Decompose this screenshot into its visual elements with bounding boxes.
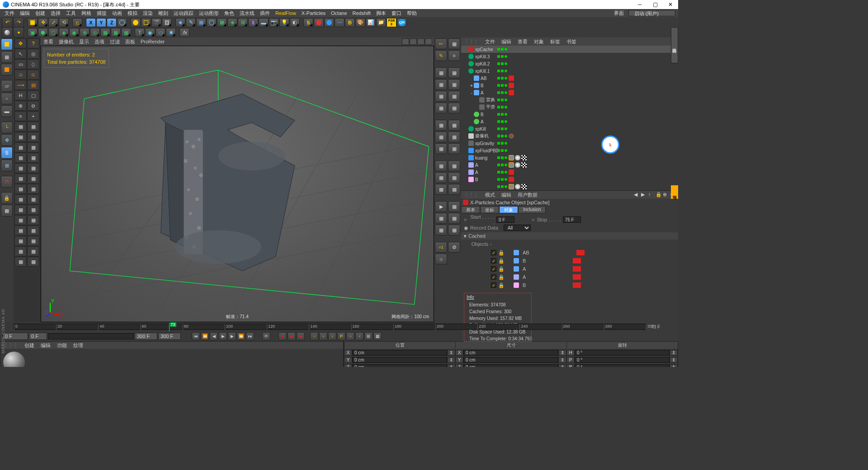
palette-w4-icon[interactable]: ▦ (27, 257, 39, 267)
tag-red[interactable] (509, 83, 514, 88)
cached-checkbox[interactable]: ✓ (491, 282, 496, 288)
visibility-render-toggle[interactable] (501, 156, 504, 159)
palette-y7-icon[interactable]: ▦ (14, 194, 27, 204)
cached-item-row[interactable]: ✓🔒A (491, 265, 675, 273)
null-icon[interactable]: ◆ (175, 18, 185, 27)
prev-frame-button[interactable]: ◀ (210, 332, 218, 340)
palette-z7-icon[interactable]: ▦ (14, 236, 27, 246)
plugin-folder-icon[interactable]: 📁 (376, 18, 386, 27)
enable-toggle[interactable] (505, 55, 507, 58)
cached-checkbox[interactable]: ✓ (491, 250, 496, 255)
vp-menu-view[interactable]: 查看 (43, 38, 53, 45)
play-button[interactable]: ▶ (219, 332, 227, 340)
attr-tab-inclusion[interactable]: Inclusion (518, 206, 546, 213)
rt-b4-icon[interactable]: ▦ (448, 132, 460, 142)
rt-a4-icon[interactable]: ▦ (448, 79, 460, 90)
menu-animate[interactable]: 动画 (109, 10, 125, 17)
prev-key-button[interactable]: ⏪ (201, 332, 209, 340)
obj-menu-view[interactable]: 查看 (518, 38, 528, 45)
rt-d4-icon[interactable]: ▦ (448, 213, 460, 224)
object-row[interactable]: 置换 (461, 96, 678, 103)
spline-primitive-icon[interactable]: ◯ (207, 18, 217, 27)
snap-toggle-icon[interactable]: S (1, 147, 13, 159)
visibility-editor-toggle[interactable] (497, 127, 500, 130)
vp-menu-prorender[interactable]: ProRender (141, 39, 165, 44)
side-tab-attributes[interactable]: 属性 (671, 185, 678, 199)
undo-button[interactable]: ↶ (2, 17, 13, 28)
key-pos-button[interactable]: ▫ (310, 332, 318, 340)
visibility-render-toggle[interactable] (501, 149, 504, 152)
material-preview[interactable] (3, 352, 25, 367)
attr-record-dropdown[interactable]: All (504, 225, 531, 231)
key-opt2-button[interactable]: ⊞ (364, 332, 373, 340)
total-frames-input[interactable]: 300 F (158, 333, 181, 340)
vp-nav2-icon[interactable] (410, 38, 417, 45)
palette-w1-icon[interactable]: ▦ (14, 246, 27, 256)
menu-octane[interactable]: Octane (328, 10, 349, 16)
visibility-editor-toggle[interactable] (497, 91, 500, 94)
rt-c1-icon[interactable]: ▦ (435, 160, 447, 171)
menu-script[interactable]: 脚本 (373, 10, 389, 17)
palette-arrow-icon[interactable]: ↖ (14, 49, 27, 59)
object-row[interactable]: 摄像机 (461, 132, 678, 140)
object-row[interactable]: xpGravity (461, 140, 678, 147)
visibility-editor-toggle[interactable] (497, 99, 500, 101)
point-mode-icon[interactable]: ▫ (1, 93, 13, 104)
palette-y3-icon[interactable]: ▦ (14, 174, 27, 183)
tag-no[interactable] (509, 133, 514, 139)
enable-toggle[interactable] (505, 164, 507, 166)
palette-y1-icon[interactable]: ▦ (14, 163, 27, 173)
rt-b1-icon[interactable]: ▦ (435, 120, 447, 131)
rt-b3-icon[interactable]: ▦ (435, 132, 447, 142)
object-row[interactable] (461, 183, 678, 190)
enable-toggle[interactable] (505, 91, 507, 94)
obj-menu-objects[interactable]: 对象 (534, 38, 544, 45)
object-row[interactable]: xpFluidPBD (461, 147, 678, 154)
cube-primitive-icon[interactable]: ▦ (196, 18, 206, 27)
visibility-render-toggle[interactable] (501, 178, 504, 181)
lock-icon[interactable]: 🔒 (498, 250, 505, 256)
visibility-editor-toggle[interactable] (497, 113, 500, 116)
rt-pencil-icon[interactable]: ✏ (435, 38, 447, 49)
subdivision-icon[interactable]: ◈ (227, 18, 237, 27)
visibility-editor-toggle[interactable] (497, 55, 500, 58)
close-button[interactable]: ✕ (663, 0, 678, 9)
visibility-render-toggle[interactable] (501, 70, 504, 72)
camera-icon[interactable]: 📷 (269, 18, 279, 27)
cached-item-row[interactable]: ✓🔒B (491, 281, 675, 289)
redo-button[interactable]: ↷ (13, 17, 24, 28)
metaball-icon[interactable]: ◉ (145, 28, 155, 37)
coord-system-icon[interactable] (117, 18, 127, 27)
menu-file[interactable]: 文件 (2, 10, 17, 17)
visibility-editor-toggle[interactable] (497, 70, 500, 72)
palette-align-icon[interactable]: ≡ (14, 111, 27, 121)
cached-checkbox[interactable]: ✓ (491, 274, 496, 280)
attr-tab-coord[interactable]: 坐标 (480, 206, 499, 213)
palette-ring-icon[interactable]: ◎ (27, 49, 39, 59)
mat-menu-texture[interactable]: 纹理 (73, 342, 83, 349)
attr-new-icon[interactable]: ⊕ (663, 192, 669, 198)
vp-nav3-icon[interactable] (417, 38, 425, 45)
tag-ck[interactable] (521, 184, 527, 189)
record-button[interactable]: ● (278, 332, 287, 340)
attr-stop-input[interactable] (563, 216, 581, 223)
lock-icon[interactable]: 🔒 (1, 192, 13, 204)
plugin-red-icon[interactable] (314, 18, 324, 27)
enable-toggle[interactable] (505, 185, 507, 188)
visibility-editor-toggle[interactable] (497, 135, 500, 137)
mat-menu-create[interactable]: 创建 (24, 342, 34, 349)
picture-viewer-icon[interactable]: 🖼 (162, 18, 172, 27)
lock-icon[interactable]: 🔒 (498, 282, 505, 288)
visibility-editor-toggle[interactable] (497, 156, 500, 159)
menu-edit[interactable]: 编辑 (17, 10, 33, 17)
tag-sp[interactable] (515, 184, 520, 189)
rt-a6-icon[interactable]: ▦ (448, 91, 460, 102)
palette-z8-icon[interactable]: ▦ (27, 236, 39, 246)
plugin-s-icon[interactable]: S (303, 18, 313, 27)
palette-y6-icon[interactable]: ▦ (27, 184, 39, 194)
rt-e1-icon[interactable]: ▦ (435, 225, 447, 235)
enable-toggle[interactable] (505, 120, 507, 123)
object-row[interactable]: kuang (461, 154, 678, 161)
object-row[interactable]: xpKill.1 (461, 67, 678, 75)
plugin-chart-icon[interactable]: 📊 (366, 18, 376, 27)
